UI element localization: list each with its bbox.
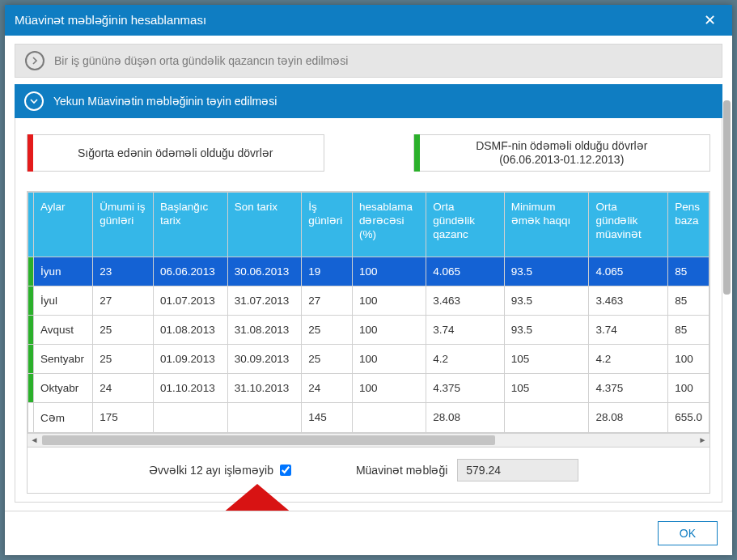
period-dsmf: DSMF-nin ödəməli olduğu dövrlər (06.06.2… xyxy=(413,134,711,172)
chevron-down-icon xyxy=(24,91,44,111)
close-icon[interactable]: ✕ xyxy=(697,11,722,29)
prev12-checkbox[interactable] xyxy=(280,465,291,476)
table-row[interactable]: İyun2306.06.201330.06.2013191004.06593.5… xyxy=(28,257,709,286)
dialog-title: Müavinət məbləğinin hesablanması xyxy=(15,13,697,28)
th-total-days[interactable]: Ümumi iş günləri xyxy=(93,193,154,257)
section-expanded-header[interactable]: Yekun Müavinətin məbləğinin təyin edilmə… xyxy=(15,84,722,118)
vertical-scrollbar-thumb[interactable] xyxy=(723,100,731,295)
stripe-red xyxy=(28,134,33,172)
dialog-body: Bir iş gününə düşən orta gündəlik qazanc… xyxy=(5,36,732,511)
scroll-left-icon[interactable]: ◄ xyxy=(28,434,41,447)
period-insurer-label: Sığorta edənin ödəməli olduğu dövrlər xyxy=(78,146,273,160)
scroll-right-icon[interactable]: ► xyxy=(696,434,709,447)
titlebar: Müavinət məbləğinin hesablanması ✕ xyxy=(5,5,732,36)
table-row[interactable]: Sentyabr2501.09.201330.09.2013251004.210… xyxy=(28,344,709,373)
th-pension[interactable]: Pens baza xyxy=(668,193,709,257)
section-collapsed-label: Bir iş gününə düşən orta gündəlik qazanc… xyxy=(54,54,348,67)
dialog-window: Müavinət məbləğinin hesablanması ✕ Bir i… xyxy=(5,5,732,555)
benefit-table: Aylar Ümumi iş günləri Başlanğıc tarix S… xyxy=(28,192,709,433)
section-collapsed-header[interactable]: Bir iş gününə düşən orta gündəlik qazanc… xyxy=(15,44,722,78)
chevron-right-icon xyxy=(25,51,44,70)
th-start-date[interactable]: Başlanğıc tarix xyxy=(154,193,228,257)
period-boxes: Sığorta edənin ödəməli olduğu dövrlər DS… xyxy=(27,134,710,172)
amount-value: 579.24 xyxy=(457,459,578,482)
period-insurer: Sığorta edənin ödəməli olduğu dövrlər xyxy=(27,134,324,172)
th-min-wage[interactable]: Minimum əmək haqqı xyxy=(504,193,589,257)
section-expanded-label: Yekun Müavinətin məbləğinin təyin edilmə… xyxy=(53,95,277,108)
table-row[interactable]: Oktyabr2401.10.201331.10.2013241004.3751… xyxy=(28,373,709,402)
table-header-row: Aylar Ümumi iş günləri Başlanğıc tarix S… xyxy=(28,193,709,257)
horizontal-scrollbar-thumb[interactable] xyxy=(42,435,495,445)
th-rate[interactable]: hesablama dərəcəsi (%) xyxy=(352,193,426,257)
dialog-footer: OK xyxy=(5,511,732,555)
svg-marker-0 xyxy=(217,484,298,511)
table-container: Aylar Ümumi iş günləri Başlanğıc tarix S… xyxy=(27,191,710,434)
prev12-label: Əvvəlki 12 ayı işləməyib xyxy=(149,464,273,477)
th-end-date[interactable]: Son tarix xyxy=(227,193,302,257)
section-expanded-body: Sığorta edənin ödəməli olduğu dövrlər DS… xyxy=(15,118,722,503)
th-avg-benefit[interactable]: Orta gündəlik müavinət xyxy=(589,193,668,257)
table-row[interactable]: İyul2701.07.201331.07.2013271003.46393.5… xyxy=(28,286,709,315)
horizontal-scrollbar[interactable]: ◄ ► xyxy=(27,434,710,448)
th-month[interactable]: Aylar xyxy=(34,193,93,257)
period-dsmf-text: DSMF-nin ödəməli olduğu dövrlər (06.06.2… xyxy=(476,139,647,167)
callout-arrow-icon xyxy=(209,484,306,511)
table-sum-row: Cəm17514528.0828.08655.0 xyxy=(28,402,709,432)
th-avg-daily[interactable]: Orta gündəlik qazanc xyxy=(426,193,505,257)
summary-bar: Əvvəlki 12 ayı işləməyib Müavinət məbləğ… xyxy=(27,448,710,494)
stripe-green xyxy=(414,134,420,172)
amount-label: Müavinət məbləği xyxy=(356,464,447,477)
ok-button[interactable]: OK xyxy=(658,521,718,545)
th-work-days[interactable]: İş günləri xyxy=(302,193,353,257)
table-row[interactable]: Avqust2501.08.201331.08.2013251003.7493.… xyxy=(28,315,709,344)
